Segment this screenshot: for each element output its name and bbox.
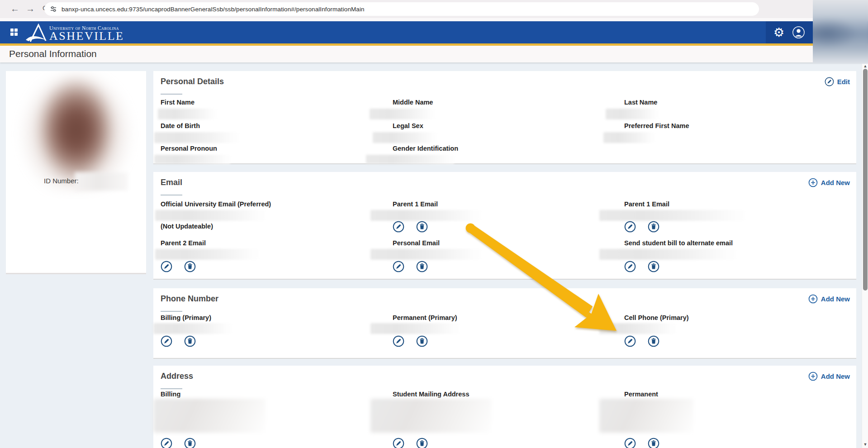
edit-pencil-icon[interactable] — [624, 438, 636, 448]
value-blurred — [154, 155, 230, 164]
value-blurred — [603, 132, 654, 143]
field-label: Date of Birth — [161, 122, 200, 129]
delete-trash-icon[interactable] — [416, 261, 428, 272]
address-bar[interactable]: banxp-unca.uncecs.edu:9735/uncaprodBanne… — [44, 2, 759, 16]
edit-pencil-icon[interactable] — [393, 438, 404, 448]
value-blurred — [599, 210, 744, 221]
value-blurred — [155, 249, 258, 260]
email-card: Email Add New Official University Email … — [153, 172, 856, 280]
delete-trash-icon[interactable] — [648, 335, 659, 347]
page-title: Personal Information — [9, 48, 97, 59]
user-avatar-icon[interactable] — [792, 26, 805, 39]
scrollbar-down-arrow[interactable]: ▼ — [862, 441, 868, 448]
edit-pencil-icon[interactable] — [161, 335, 172, 347]
edit-pencil-icon[interactable] — [624, 221, 636, 233]
edit-pencil-icon[interactable] — [393, 335, 404, 347]
card-title: Personal Details — [161, 77, 224, 86]
title-divider — [161, 195, 182, 195]
browser-toolbar: ← → ⟳ banxp-unca.uncecs.edu:9735/uncapro… — [0, 0, 868, 18]
scrollbar-thumb[interactable] — [863, 69, 868, 291]
edit-pencil-icon — [825, 77, 834, 86]
card-title: Phone Number — [161, 294, 218, 304]
not-updateable-note: (Not Updateable) — [161, 223, 213, 230]
value-blurred — [370, 109, 434, 119]
delete-trash-icon[interactable] — [648, 438, 659, 448]
field-label: Parent 1 Email — [393, 200, 438, 208]
forward-icon[interactable]: → — [24, 2, 37, 15]
card-title: Email — [161, 178, 182, 187]
value-blurred — [606, 109, 658, 119]
edit-pencil-icon[interactable] — [161, 261, 172, 272]
add-new-button[interactable]: Add New — [808, 372, 850, 381]
title-divider — [161, 94, 182, 95]
value-blurred — [370, 399, 492, 433]
site-info-icon[interactable] — [50, 5, 57, 13]
field-actions — [624, 261, 659, 272]
field-actions — [393, 261, 428, 272]
field-label: Personal Pronoun — [161, 145, 217, 152]
value-blurred — [370, 210, 480, 221]
plus-icon — [808, 178, 818, 187]
value-blurred — [158, 109, 216, 119]
title-divider — [161, 311, 182, 312]
field-label: Preferred First Name — [624, 122, 689, 129]
field-actions — [393, 335, 428, 347]
field-actions — [393, 438, 428, 448]
field-label: Cell Phone (Primary) — [624, 314, 689, 321]
field-label: Billing (Primary) — [161, 314, 211, 321]
card-title: Address — [161, 372, 193, 381]
field-label: Permanent (Primary) — [393, 314, 457, 321]
add-new-label: Add New — [821, 372, 850, 380]
field-label: Student Mailing Address — [393, 391, 469, 398]
value-blurred — [155, 210, 265, 221]
add-new-button[interactable]: Add New — [808, 178, 850, 187]
personal-details-card: Personal Details Edit First Name Middle … — [153, 71, 856, 164]
value-blurred — [599, 399, 693, 433]
delete-trash-icon[interactable] — [416, 221, 428, 233]
add-new-label: Add New — [821, 295, 850, 303]
value-blurred — [599, 323, 675, 334]
value-blurred — [373, 132, 436, 143]
field-label: Legal Sex — [393, 122, 423, 129]
field-label: Last Name — [624, 99, 657, 106]
value-blurred — [370, 323, 459, 334]
profile-photo-blurred — [10, 71, 142, 184]
app-header: University of North Carolina ASHEVILLE ⚙ — [0, 21, 868, 43]
unca-logo[interactable]: University of North Carolina ASHEVILLE — [25, 23, 124, 43]
delete-trash-icon[interactable] — [184, 438, 196, 448]
delete-trash-icon[interactable] — [184, 335, 196, 347]
field-label: Personal Email — [393, 239, 440, 247]
profile-info-blurred — [14, 192, 138, 265]
delete-trash-icon[interactable] — [416, 438, 428, 448]
id-number-value-blurred — [75, 172, 128, 191]
brand-line-2: ASHEVILLE — [49, 31, 124, 42]
edit-button[interactable]: Edit — [825, 77, 850, 86]
url-text: banxp-unca.uncecs.edu:9735/uncaprodBanne… — [62, 6, 365, 13]
edit-pencil-icon[interactable] — [624, 261, 636, 272]
back-icon[interactable]: ← — [8, 2, 22, 15]
edit-pencil-icon[interactable] — [393, 261, 404, 272]
delete-trash-icon[interactable] — [416, 335, 428, 347]
edit-pencil-icon[interactable] — [161, 438, 172, 448]
delete-trash-icon[interactable] — [648, 221, 659, 233]
field-label: Billing — [161, 391, 180, 398]
page-scrollbar[interactable]: ▲ ▼ — [862, 62, 868, 448]
delete-trash-icon[interactable] — [648, 261, 659, 272]
field-label: Parent 2 Email — [161, 239, 206, 247]
field-actions — [161, 261, 196, 272]
field-actions — [624, 221, 659, 233]
field-label: Official University Email (Preferred) — [161, 200, 271, 208]
edit-pencil-icon[interactable] — [624, 335, 636, 347]
value-blurred — [154, 132, 238, 143]
add-new-button[interactable]: Add New — [808, 294, 850, 304]
page-title-bar: Personal Information — [0, 46, 868, 62]
field-actions — [161, 335, 196, 347]
delete-trash-icon[interactable] — [184, 261, 196, 272]
gear-icon[interactable]: ⚙ — [773, 21, 784, 43]
apps-menu-icon[interactable] — [10, 29, 18, 36]
add-new-label: Add New — [821, 179, 850, 186]
profile-card: ID Number: — [6, 71, 146, 274]
id-number-label: ID Number: — [44, 177, 79, 185]
edit-pencil-icon[interactable] — [393, 221, 404, 233]
field-label: Send student bill to alternate email — [624, 239, 733, 247]
